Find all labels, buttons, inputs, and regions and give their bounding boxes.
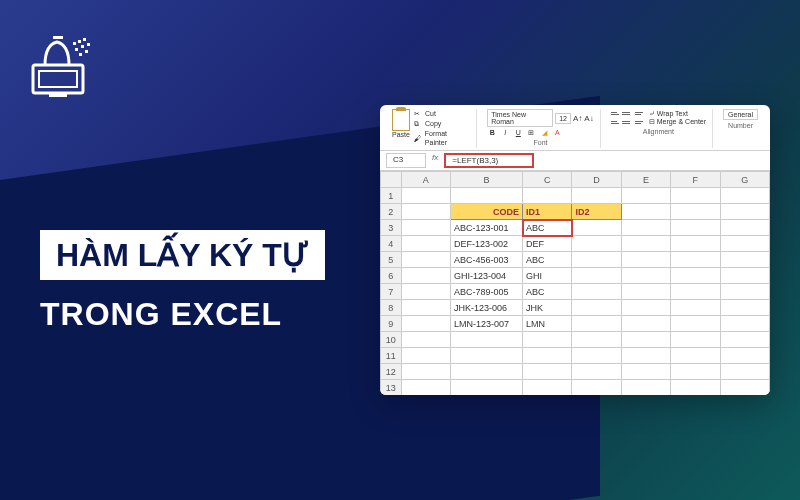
row-header[interactable]: 10 xyxy=(381,332,402,348)
col-header[interactable]: G xyxy=(720,172,769,188)
row-header[interactable]: 11 xyxy=(381,348,402,364)
svg-rect-7 xyxy=(75,48,78,51)
formula-input[interactable]: =LEFT(B3,3) xyxy=(444,153,534,168)
row-header[interactable]: 9 xyxy=(381,316,402,332)
excel-screenshot: Paste ✂Cut ⧉Copy 🖌Format Painter Times N… xyxy=(380,105,770,395)
col-header[interactable]: E xyxy=(621,172,670,188)
fx-icon[interactable]: fx xyxy=(432,153,438,168)
increase-font-button[interactable]: A↑ xyxy=(573,114,582,123)
row-header[interactable]: 13 xyxy=(381,380,402,395)
table-header-id2[interactable]: ID2 xyxy=(572,204,621,220)
cell[interactable]: ABC xyxy=(523,284,572,300)
cell[interactable]: JHK-123-006 xyxy=(450,300,522,316)
logo-icon xyxy=(25,30,105,100)
page-subtitle: TRONG EXCEL xyxy=(40,296,325,333)
row-header[interactable]: 7 xyxy=(381,284,402,300)
svg-rect-2 xyxy=(49,93,67,97)
number-format-select[interactable]: General xyxy=(723,109,758,120)
cell[interactable]: GHI xyxy=(523,268,572,284)
row-header[interactable]: 12 xyxy=(381,364,402,380)
page-title: HÀM LẤY KÝ TỰ xyxy=(40,230,325,280)
wrap-icon: ⤶ xyxy=(649,110,655,118)
copy-button[interactable]: ⧉Copy xyxy=(414,119,470,129)
merge-center-button[interactable]: ⊟Merge & Center xyxy=(649,118,706,126)
wrap-text-button[interactable]: ⤶Wrap Text xyxy=(649,110,706,118)
font-name-select[interactable]: Times New Roman xyxy=(487,109,553,127)
italic-button[interactable]: I xyxy=(500,129,510,137)
row-header[interactable]: 5 xyxy=(381,252,402,268)
cell[interactable]: LMN xyxy=(523,316,572,332)
row-header[interactable]: 6 xyxy=(381,268,402,284)
border-button[interactable]: ⊞ xyxy=(526,129,536,137)
col-header[interactable]: F xyxy=(671,172,720,188)
decrease-font-button[interactable]: A↓ xyxy=(584,114,593,123)
spreadsheet-grid[interactable]: A B C D E F G 1 2 CODE ID1 ID2 3 ABC-123… xyxy=(380,171,770,395)
row-header[interactable]: 1 xyxy=(381,188,402,204)
merge-icon: ⊟ xyxy=(649,118,655,126)
svg-rect-5 xyxy=(78,40,81,43)
row-header[interactable]: 3 xyxy=(381,220,402,236)
svg-rect-11 xyxy=(85,50,88,53)
col-header[interactable]: B xyxy=(450,172,522,188)
table-header-code[interactable]: CODE xyxy=(450,204,522,220)
scissors-icon: ✂ xyxy=(414,109,423,118)
bold-button[interactable]: B xyxy=(487,129,497,137)
cell[interactable]: LMN-123-007 xyxy=(450,316,522,332)
svg-rect-10 xyxy=(79,53,82,56)
ribbon: Paste ✂Cut ⧉Copy 🖌Format Painter Times N… xyxy=(380,105,770,151)
row-header[interactable]: 2 xyxy=(381,204,402,220)
name-box[interactable]: C3 xyxy=(386,153,426,168)
font-size-select[interactable]: 12 xyxy=(555,113,571,124)
cell[interactable]: ABC-789-005 xyxy=(450,284,522,300)
cut-button[interactable]: ✂Cut xyxy=(414,109,470,119)
col-header[interactable]: A xyxy=(401,172,450,188)
svg-rect-4 xyxy=(73,42,76,45)
svg-rect-8 xyxy=(81,45,84,48)
selected-cell[interactable]: ABC xyxy=(523,220,572,236)
cell[interactable]: DEF-123-002 xyxy=(450,236,522,252)
cell[interactable]: DEF xyxy=(523,236,572,252)
col-header[interactable]: D xyxy=(572,172,621,188)
align-buttons[interactable] xyxy=(611,109,643,126)
formula-bar: C3 fx =LEFT(B3,3) xyxy=(380,151,770,171)
cell[interactable]: ABC xyxy=(523,252,572,268)
brush-icon: 🖌 xyxy=(414,134,423,143)
table-header-id1[interactable]: ID1 xyxy=(523,204,572,220)
cell[interactable]: GHI-123-004 xyxy=(450,268,522,284)
col-header[interactable]: C xyxy=(523,172,572,188)
cell[interactable]: JHK xyxy=(523,300,572,316)
svg-rect-1 xyxy=(39,71,77,87)
format-painter-button[interactable]: 🖌Format Painter xyxy=(414,129,470,149)
fill-color-button[interactable]: ◢ xyxy=(539,129,549,137)
svg-rect-9 xyxy=(87,43,90,46)
svg-rect-6 xyxy=(83,38,86,41)
font-color-button[interactable]: A xyxy=(552,129,562,137)
underline-button[interactable]: U xyxy=(513,129,523,137)
paste-button[interactable]: Paste xyxy=(392,109,410,148)
svg-rect-0 xyxy=(33,65,83,93)
cell[interactable]: ABC-456-003 xyxy=(450,252,522,268)
row-header[interactable]: 4 xyxy=(381,236,402,252)
svg-rect-3 xyxy=(53,36,63,39)
cell[interactable]: ABC-123-001 xyxy=(450,220,522,236)
row-header[interactable]: 8 xyxy=(381,300,402,316)
copy-icon: ⧉ xyxy=(414,119,423,128)
